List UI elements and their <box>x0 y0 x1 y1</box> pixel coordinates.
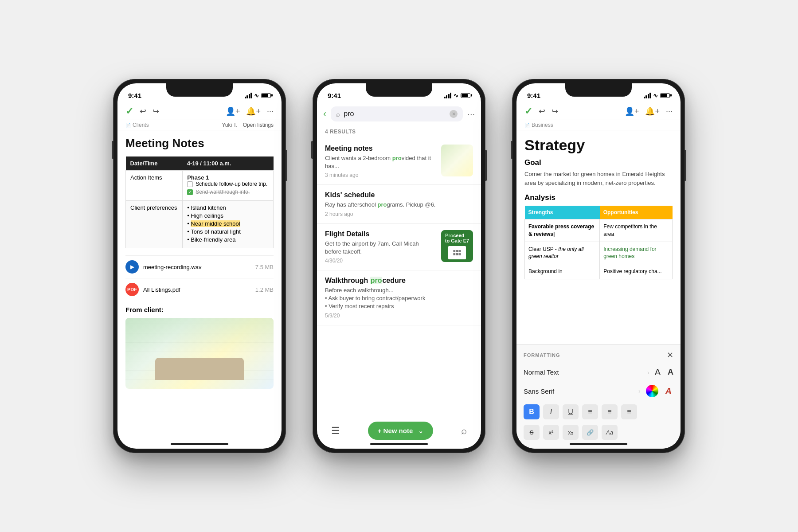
new-note-label: + New note <box>378 427 413 434</box>
battery-icon-2 <box>461 93 470 98</box>
note-content-1: Meeting Notes Date/Time 4-19 / 11:00 a.m… <box>117 130 282 449</box>
undo-icon-3[interactable]: ↩ <box>539 106 545 116</box>
redo-icon-3[interactable]: ↪ <box>552 106 558 116</box>
home-indicator-3 <box>570 443 627 445</box>
room-image <box>125 318 274 389</box>
user-link[interactable]: Yuki T. <box>222 122 237 128</box>
swot-table: Strengths Opportunities Favorable press … <box>524 206 673 279</box>
phone-3: 9:41 ∿ ✓ ↩ ↪ <box>512 79 685 453</box>
status-icons-3: ∿ <box>644 92 670 99</box>
bold-button[interactable]: B <box>524 404 540 419</box>
back-arrow[interactable]: ‹ <box>323 108 326 120</box>
open-listings-link[interactable]: Open listings <box>243 122 274 128</box>
more-icon-3[interactable]: ··· <box>666 107 673 116</box>
italic-button[interactable]: I <box>543 404 559 419</box>
underline-button[interactable]: U <box>563 404 579 419</box>
chevron-right-icon-2: › <box>638 387 641 395</box>
result-title-4: Walkthrough procedure <box>325 277 473 285</box>
more-icon[interactable]: ··· <box>267 107 274 116</box>
new-note-button[interactable]: + New note ⌄ <box>368 422 434 440</box>
format-row-1[interactable]: Normal Text › A A <box>524 364 673 381</box>
checkbox-item-1[interactable]: Schedule follow-up before trip. <box>187 181 269 187</box>
result-time-3: 4/30/20 <box>325 258 436 264</box>
note-title-1: Meeting Notes <box>125 137 274 150</box>
strikethrough-button[interactable]: S <box>524 425 540 440</box>
search-nav-icon[interactable]: ⌕ <box>461 425 467 437</box>
meeting-table: Date/Time 4-19 / 11:00 a.m. Action Items… <box>125 156 274 248</box>
result-text-2: Kids' schedule Ray has afterschool progr… <box>325 191 473 217</box>
link-button[interactable]: 🔗 <box>582 425 598 440</box>
search-input[interactable]: pro <box>344 110 446 118</box>
redo-icon[interactable]: ↪ <box>153 106 159 116</box>
align-right-button[interactable]: ≡ <box>621 404 637 419</box>
wifi-icon-2: ∿ <box>454 92 458 99</box>
result-item-4[interactable]: Walkthrough procedure Before each walkth… <box>317 270 481 325</box>
result-time-4: 5/9/20 <box>325 313 473 319</box>
format-toolbar-2: S x² x₂ 🔗 Aa <box>524 423 673 442</box>
result-time-2: 2 hours ago <box>325 211 473 217</box>
add-person-icon-3[interactable]: 👤+ <box>625 106 639 116</box>
formatting-panel: FORMATTING ✕ Normal Text › A A Sans Seri… <box>516 344 681 449</box>
opportunity-2: Increasing demand for green homes <box>600 242 673 264</box>
audio-icon: ▶ <box>125 260 139 274</box>
checkbox-1[interactable] <box>187 181 193 187</box>
pref-3: Near middle school <box>187 220 269 227</box>
superscript-button[interactable]: x² <box>543 425 559 440</box>
checkbox-item-2[interactable]: ✓ Send walkthrough info. <box>187 189 269 195</box>
result-text-3: Flight Details Get to the airport by 7am… <box>325 230 436 264</box>
attachment-2[interactable]: PDF All Listings.pdf 1.2 MB <box>125 278 274 301</box>
checkbox-2[interactable]: ✓ <box>187 189 193 195</box>
search-clear-icon[interactable]: ✕ <box>450 110 458 118</box>
boarding-pass-thumb: Proceedto Gate E7 ▩▩▩▩▩▩ <box>441 230 473 262</box>
close-formatting-button[interactable]: ✕ <box>667 350 673 360</box>
bell-plus-icon[interactable]: 🔔+ <box>246 106 261 116</box>
search-icon: ⌕ <box>336 110 340 118</box>
check-icon[interactable]: ✓ <box>125 106 133 117</box>
format-row-2[interactable]: Sans Serif › A <box>524 381 673 401</box>
search-header: ‹ ⌕ pro ✕ ··· <box>317 103 481 125</box>
signal-icon <box>245 93 252 98</box>
results-count: 4 RESULTS <box>317 125 481 138</box>
text-color-icon[interactable]: A <box>665 386 672 396</box>
pref-4: Tons of natural light <box>187 228 269 235</box>
status-time-3: 9:41 <box>527 92 540 99</box>
menu-icon[interactable]: ☰ <box>331 425 340 437</box>
result-item-3[interactable]: Flight Details Get to the airport by 7am… <box>317 224 481 270</box>
chevron-right-icon-1: › <box>647 369 649 376</box>
status-time-1: 9:41 <box>128 92 141 99</box>
home-indicator-1 <box>171 443 228 445</box>
breadcrumb-1[interactable]: Clients <box>133 122 149 128</box>
search-more-icon[interactable]: ··· <box>467 109 475 119</box>
align-left-button[interactable]: ≡ <box>582 404 598 419</box>
result-time-1: 3 minutes ago <box>325 172 436 178</box>
pdf-icon: PDF <box>125 283 139 296</box>
page-icon: 📄 <box>125 123 131 128</box>
result-thumb-1 <box>441 145 473 176</box>
add-person-icon[interactable]: 👤+ <box>226 106 240 116</box>
text-style-A-bold-icon[interactable]: A <box>668 368 673 377</box>
result-item-1[interactable]: Meeting notes Client wants a 2-bedroom p… <box>317 138 481 185</box>
attachment-1[interactable]: ▶ meeting-recording.wav 7.5 MB <box>125 255 274 278</box>
result-title-2: Kids' schedule <box>325 191 473 199</box>
analysis-title: Analysis <box>524 193 673 202</box>
strength-2: Clear USP - the only all green realtor <box>525 242 600 264</box>
goal-title: Goal <box>524 158 673 167</box>
action-items-label: Action Items <box>126 171 183 201</box>
text-style-A-icon[interactable]: A <box>655 367 661 377</box>
normal-text-label: Normal Text <box>524 368 647 376</box>
strength-1: Favorable press coverage & reviews| <box>525 219 600 242</box>
highlight-button[interactable]: Aa <box>602 425 618 440</box>
result-item-2[interactable]: Kids' schedule Ray has afterschool progr… <box>317 185 481 223</box>
wifi-icon-3: ∿ <box>653 92 658 99</box>
subscript-button[interactable]: x₂ <box>563 425 579 440</box>
check-icon-3[interactable]: ✓ <box>524 106 532 117</box>
breadcrumb-3[interactable]: Business <box>532 122 553 128</box>
result-title-3: Flight Details <box>325 230 436 238</box>
undo-icon[interactable]: ↩ <box>140 106 146 116</box>
search-input-container[interactable]: ⌕ pro ✕ <box>331 106 463 121</box>
bell-plus-icon-3[interactable]: 🔔+ <box>645 106 660 116</box>
align-center-button[interactable]: ≡ <box>602 404 618 419</box>
color-picker-icon[interactable] <box>646 385 658 397</box>
toolbar-3: ✓ ↩ ↪ 👤+ 🔔+ ··· <box>516 103 681 120</box>
opportunities-header: Opportunities <box>600 206 673 219</box>
